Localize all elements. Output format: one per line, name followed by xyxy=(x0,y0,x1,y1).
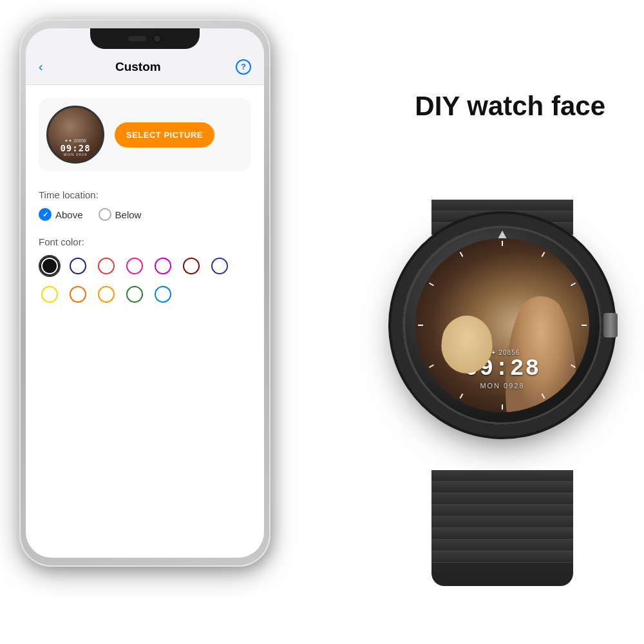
watch-date: MON 0928 xyxy=(464,382,540,390)
color-dot-orange[interactable] xyxy=(67,283,89,305)
radio-below[interactable]: Below xyxy=(99,208,142,221)
help-button[interactable]: ? xyxy=(236,59,251,75)
color-dot-magenta[interactable] xyxy=(152,255,174,277)
phone-screen: ‹ Custom ? ✦✦ 20856 09:28 MON 0928 SELEC… xyxy=(26,28,264,558)
watch-body: ✦✦ 20856 09:28 MON 0928 xyxy=(402,225,602,425)
color-dot-cyan[interactable] xyxy=(152,283,174,305)
phone: ‹ Custom ? ✦✦ 20856 09:28 MON 0928 SELEC… xyxy=(19,19,270,567)
color-dot-red[interactable] xyxy=(95,255,117,277)
radio-above-label: Above xyxy=(55,209,83,220)
color-dot-black[interactable] xyxy=(39,255,61,277)
color-dot-green[interactable] xyxy=(124,283,146,305)
notch-camera xyxy=(153,34,162,43)
radio-group: Above Below xyxy=(39,208,251,221)
color-dot-pink[interactable] xyxy=(124,255,146,277)
color-dot-dark-red[interactable] xyxy=(180,255,202,277)
watch-preview: ✦✦ 20856 09:28 MON 0928 xyxy=(46,106,104,164)
radio-above[interactable]: Above xyxy=(39,208,83,221)
back-button[interactable]: ‹ xyxy=(39,59,43,74)
preview-time: ✦✦ 20856 09:28 MON 0928 xyxy=(60,138,90,156)
color-dot-dark-blue[interactable] xyxy=(67,255,89,277)
select-picture-button[interactable]: SELECT PICTURE xyxy=(115,122,214,147)
time-location-section: Time location: Above Below xyxy=(39,189,251,221)
watch-photo: ✦✦ 20856 09:28 MON 0928 xyxy=(415,238,589,412)
watch-screen: ✦✦ 20856 09:28 MON 0928 xyxy=(415,238,589,412)
color-dot-yellow[interactable] xyxy=(39,283,61,305)
radio-above-circle[interactable] xyxy=(39,208,52,221)
time-location-label: Time location: xyxy=(39,189,251,200)
watch-clock: 09:28 xyxy=(464,357,540,381)
color-dot-orange2[interactable] xyxy=(95,283,117,305)
watch-crown xyxy=(603,313,618,337)
preview-section: ✦✦ 20856 09:28 MON 0928 SELECT PICTURE xyxy=(39,98,251,171)
preview-clock: 09:28 xyxy=(60,144,90,153)
radio-below-label: Below xyxy=(115,209,142,220)
color-grid xyxy=(39,255,251,305)
watch-band-bottom xyxy=(431,470,573,586)
preview-date: MON 0928 xyxy=(60,153,90,156)
notch-sensor xyxy=(128,36,146,41)
font-color-section: Font color: xyxy=(39,236,251,305)
smartwatch: ✦✦ 20856 09:28 MON 0928 xyxy=(380,200,625,586)
color-dot-navy[interactable] xyxy=(209,255,231,277)
page-title: Custom xyxy=(53,60,223,74)
watch-time-overlay: ✦✦ 20856 09:28 MON 0928 xyxy=(464,349,540,390)
phone-notch xyxy=(90,28,200,49)
radio-below-circle[interactable] xyxy=(99,208,111,221)
app-content: ✦✦ 20856 09:28 MON 0928 SELECT PICTURE T… xyxy=(26,85,264,558)
app-header: ‹ Custom ? xyxy=(26,49,264,85)
headline: DIY watch face xyxy=(415,90,605,122)
font-color-label: Font color: xyxy=(39,236,251,247)
